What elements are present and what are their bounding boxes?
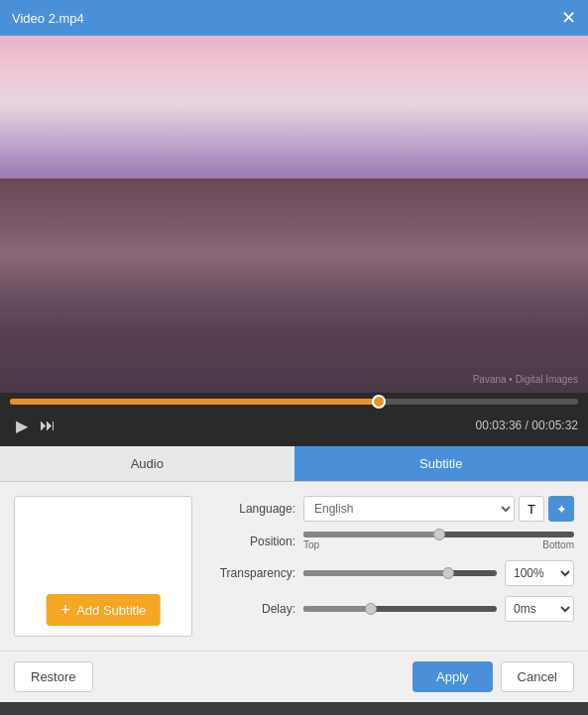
mountains-layer [0,179,588,393]
text-style-button[interactable]: T [519,496,544,522]
effect-button[interactable]: ✦ [548,496,574,522]
transparency-label: Transparency: [206,566,295,580]
transparency-fill [303,570,448,576]
skip-button[interactable]: ⏭ [34,413,61,438]
add-subtitle-label: Add Subtitle [76,603,146,618]
position-slider-wrap: Top Bottom [303,532,574,550]
action-buttons: Apply Cancel [412,661,574,692]
controls-bar: ▶ ⏭ 00:03:36 / 00:05:32 [0,405,588,446]
content-area: + Add Subtitle Language: English T ✦ Pos… [0,482,588,651]
position-label: Position: [206,535,295,548]
position-labels: Top Bottom [303,539,574,550]
progress-area [0,393,588,405]
cancel-button[interactable]: Cancel [501,661,574,692]
bottom-bar: Restore Apply Cancel [0,651,588,702]
restore-button[interactable]: Restore [14,661,93,692]
position-start-label: Top [303,539,319,550]
delay-label: Delay: [206,602,295,616]
time-display: 00:03:36 / 00:05:32 [476,418,578,432]
current-time: 00:03:36 [476,418,523,432]
delay-thumb[interactable] [365,603,377,615]
progress-fill [10,399,379,405]
tab-audio[interactable]: Audio [0,446,294,481]
delay-row: Delay: 0ms [206,596,574,622]
position-end-label: Bottom [542,539,574,550]
language-row: Language: English T ✦ [206,496,574,522]
total-time: 00:05:32 [531,418,578,432]
language-controls: English T ✦ [303,496,574,522]
apply-button[interactable]: Apply [412,661,493,692]
window-title: Video 2.mp4 [12,11,84,26]
position-thumb[interactable] [433,529,445,540]
transparency-value-select[interactable]: 100% [505,560,574,586]
delay-fill [303,606,371,612]
subtitle-list-panel: + Add Subtitle [14,496,192,637]
text-icon: T [528,502,535,517]
transparency-slider[interactable] [303,570,497,576]
transparency-thumb[interactable] [442,567,454,579]
video-preview: Pavana • Digital Images [0,36,588,393]
effect-icon: ✦ [556,502,567,517]
language-label: Language: [206,502,295,516]
tab-subtitle[interactable]: Subtitle [294,446,589,481]
play-button[interactable]: ▶ [10,413,34,439]
title-bar: Video 2.mp4 ✕ [0,0,588,36]
position-row: Position: Top Bottom [206,532,574,550]
delay-value-select[interactable]: 0ms [505,596,574,622]
progress-thumb[interactable] [372,395,386,409]
position-fill [303,532,439,537]
close-button[interactable]: ✕ [561,9,576,27]
plus-icon: + [60,601,71,619]
settings-panel: Language: English T ✦ Position: [206,496,574,637]
position-slider[interactable] [303,532,574,537]
tab-bar: Audio Subtitle [0,446,588,482]
transparency-row: Transparency: 100% [206,560,574,586]
watermark: Pavana • Digital Images [473,374,578,385]
delay-slider[interactable] [303,606,497,612]
progress-track[interactable] [10,399,578,405]
add-subtitle-button[interactable]: + Add Subtitle [47,594,161,626]
language-select[interactable]: English [303,496,515,522]
